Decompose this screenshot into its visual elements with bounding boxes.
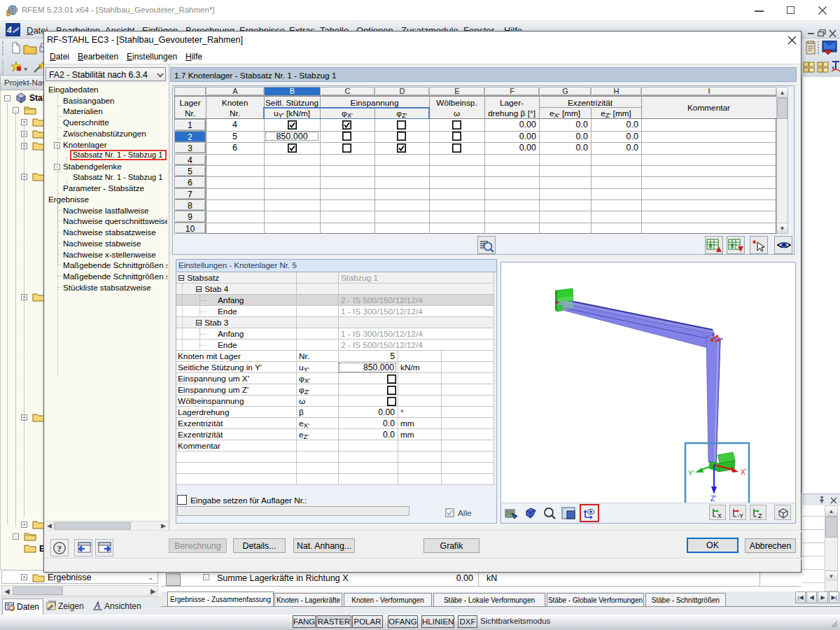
svg-text:Z': Z' (710, 495, 716, 503)
svg-text:X: X (730, 242, 734, 249)
svg-text:Z: Z (758, 512, 762, 519)
svg-text:?: ? (57, 543, 62, 554)
svg-text:4: 4 (6, 25, 12, 35)
svg-text:X: X (718, 512, 722, 519)
svg-text:-Y: -Y (737, 512, 743, 519)
svg-text:5: 5 (6, 9, 10, 17)
svg-text:X': X' (741, 468, 747, 476)
svg-text:Y': Y' (688, 470, 694, 477)
svg-text:X: X (708, 242, 713, 249)
